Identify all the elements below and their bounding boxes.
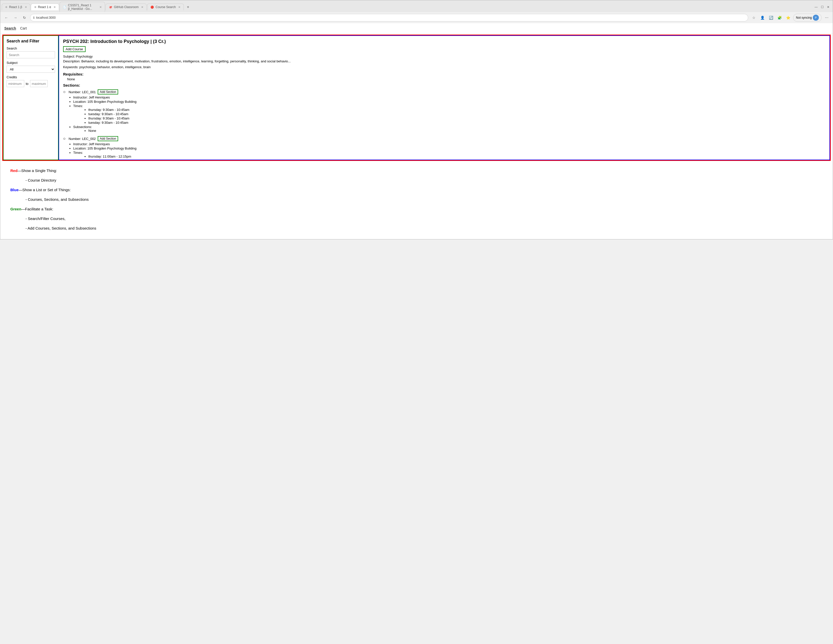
tab-label-4: GitHub Classroom <box>114 5 138 9</box>
search-label: Search <box>6 47 55 50</box>
tab-favicon-1: ⚛ <box>5 6 8 9</box>
blue-item: - Courses, Sections, and Subsections <box>26 196 823 203</box>
tab-favicon-5: 🔴 <box>150 6 154 9</box>
section-2-instructor: Instructor: Jeff Henriques <box>73 142 825 146</box>
window-controls: — ☐ ✕ <box>813 4 831 10</box>
not-syncing-button[interactable]: Not syncing P <box>793 14 822 22</box>
tab-label-5: Course Search <box>156 5 176 9</box>
blue-label: Blue <box>10 188 19 192</box>
nav-search[interactable]: Search <box>4 25 16 31</box>
tab-react-alpha[interactable]: ⚛ React 1 α ✕ <box>31 3 60 10</box>
close-button[interactable]: ✕ <box>825 4 831 10</box>
section-item-1: ○ Number: LEC_001 Add Section Instructor… <box>63 89 825 133</box>
blue-annotation: Blue—Show a List or Set of Things: <box>10 186 823 194</box>
section-1-time-3: thursday: 9:30am - 10:45am <box>88 116 825 120</box>
tab-course-search[interactable]: 🔴 Course Search ✕ <box>147 3 184 10</box>
credits-min-input[interactable] <box>6 80 24 87</box>
credits-max-input[interactable] <box>30 80 48 87</box>
section-1-subsection-1: None <box>88 129 825 133</box>
search-input[interactable] <box>6 51 55 58</box>
not-syncing-label: Not syncing <box>796 16 812 19</box>
tab-label-3: CSS571_React 1 β_Handout - Go... <box>68 3 97 11</box>
section-2-location: Location: 105 Brogden Psychology Buildin… <box>73 147 825 150</box>
annotation-content: Red—Show a Single Thing: - Course Direct… <box>0 162 833 239</box>
reload-button[interactable]: ↻ <box>21 14 28 21</box>
course-keywords: Keywords: psychology, behavior, emotion,… <box>63 65 825 69</box>
browser-controls: ← → ↻ ℹ localhost:3000 ☆ 👤 🔄 🧩 ⭐ Not syn… <box>0 12 833 23</box>
tab-handout[interactable]: 📄 CSS571_React 1 β_Handout - Go... ✕ <box>60 2 105 12</box>
green-label: Green <box>10 207 21 211</box>
tab-close-1[interactable]: ✕ <box>25 6 27 9</box>
address-bar[interactable]: ℹ localhost:3000 <box>30 14 748 21</box>
section-2-time-2: tuesday: 11:00am - 12:15pm <box>88 159 825 160</box>
section-2-times-label: Times: thursday: 11:00am - 12:15pm tuesd… <box>73 151 825 160</box>
section-1-times-label: Times: thursday: 9:30am - 10:45am tuesda… <box>73 104 825 124</box>
new-tab-button[interactable]: + <box>184 3 191 11</box>
address-text: localhost:3000 <box>36 16 56 19</box>
add-section-2-button[interactable]: Add Section <box>98 136 118 141</box>
tab-close-4[interactable]: ✕ <box>141 6 143 9</box>
section-2-number-row: ○ Number: LEC_002 Add Section <box>63 136 825 141</box>
tab-close-5[interactable]: ✕ <box>178 6 180 9</box>
subject-label: Subject <box>6 61 55 64</box>
course-display: PSYCH 202: Introduction to Psychology | … <box>59 35 830 160</box>
green-item-1: - Search/Filter Courses, <box>26 215 823 222</box>
extensions-button[interactable]: 🧩 <box>776 14 783 21</box>
section-1-number-row: ○ Number: LEC_001 Add Section <box>63 89 825 95</box>
requisites-header: Requisites: <box>63 72 825 76</box>
tab-github[interactable]: 🐙 GitHub Classroom ✕ <box>106 3 147 10</box>
lock-icon: ℹ <box>33 16 35 19</box>
sections-header: Sections: <box>63 83 825 87</box>
red-label: Red <box>10 169 18 173</box>
forward-button[interactable]: → <box>12 14 19 21</box>
section-2-times: thursday: 11:00am - 12:15pm tuesday: 11:… <box>88 155 825 160</box>
section-2-label: Number: LEC_002 <box>69 137 96 141</box>
section-2-details: Instructor: Jeff Henriques Location: 105… <box>73 142 825 160</box>
section-1-times: thursday: 9:30am - 10:45am tuesday: 9:30… <box>88 108 825 124</box>
tab-label-2: React 1 α <box>38 5 51 9</box>
subject-select[interactable]: All <box>6 66 55 73</box>
red-dash: —Show a Single Thing: <box>18 169 57 173</box>
browser-actions: ☆ 👤 🔄 🧩 ⭐ Not syncing P ⋯ <box>750 14 830 22</box>
app-main: Search and Filter Search Subject All Cre… <box>2 35 831 161</box>
nav-cart[interactable]: Cart <box>20 25 27 31</box>
green-item-2: - Add Courses, Sections, and Subsections <box>26 224 823 232</box>
bookmark-star-button[interactable]: ☆ <box>750 14 757 21</box>
add-section-1-button[interactable]: Add Section <box>98 89 118 95</box>
blue-dash: —Show a List or Set of Things: <box>19 188 71 192</box>
tab-react-beta[interactable]: ⚛ React 1 β ✕ <box>2 3 30 10</box>
requisites-value: None <box>67 77 825 81</box>
favorites-button[interactable]: ⭐ <box>785 14 791 21</box>
tab-favicon-3: 📄 <box>63 6 66 9</box>
section-item-2: ○ Number: LEC_002 Add Section Instructor… <box>63 136 825 160</box>
section-1-bullet: ○ <box>63 90 66 94</box>
account-icon[interactable]: 👤 <box>759 14 766 21</box>
app-nav: Search Cart <box>0 23 833 34</box>
section-1-time-2: tuesday: 9:30am - 10:45am <box>88 112 825 116</box>
section-2-bullet: ○ <box>63 136 66 141</box>
tab-favicon-4: 🐙 <box>109 6 113 9</box>
tab-label-1: React 1 β <box>9 5 22 9</box>
section-1-details: Instructor: Jeff Henriques Location: 105… <box>73 95 825 133</box>
course-title: PSYCH 202: Introduction to Psychology | … <box>63 39 825 44</box>
section-1-time-1: thursday: 9:30am - 10:45am <box>88 108 825 112</box>
course-description: Description: Behavior, including its dev… <box>63 60 825 63</box>
red-annotation: Red—Show a Single Thing: <box>10 167 823 174</box>
maximize-button[interactable]: ☐ <box>819 4 825 10</box>
menu-button[interactable]: ⋯ <box>823 14 830 21</box>
add-course-button[interactable]: Add Course <box>63 46 85 52</box>
tab-close-3[interactable]: ✕ <box>100 6 102 9</box>
credits-label: Credits <box>6 75 55 79</box>
section-1-label: Number: LEC_001 <box>69 90 96 94</box>
credits-row: to <box>6 80 55 87</box>
profile-avatar: P <box>813 14 819 21</box>
minimize-button[interactable]: — <box>813 4 819 10</box>
tab-close-2[interactable]: ✕ <box>53 6 56 9</box>
page-content: Search Cart Search and Filter Search Sub… <box>0 23 833 239</box>
sidebar-title: Search and Filter <box>6 39 55 43</box>
back-button[interactable]: ← <box>3 14 10 21</box>
sync-icon[interactable]: 🔄 <box>767 14 774 21</box>
tab-bar: ⚛ React 1 β ✕ ⚛ React 1 α ✕ 📄 CSS571_Rea… <box>0 0 833 12</box>
section-1-time-4: tuesday: 9:30am - 10:45am <box>88 121 825 124</box>
section-1-subsections-label: Subsections: None <box>73 125 825 133</box>
